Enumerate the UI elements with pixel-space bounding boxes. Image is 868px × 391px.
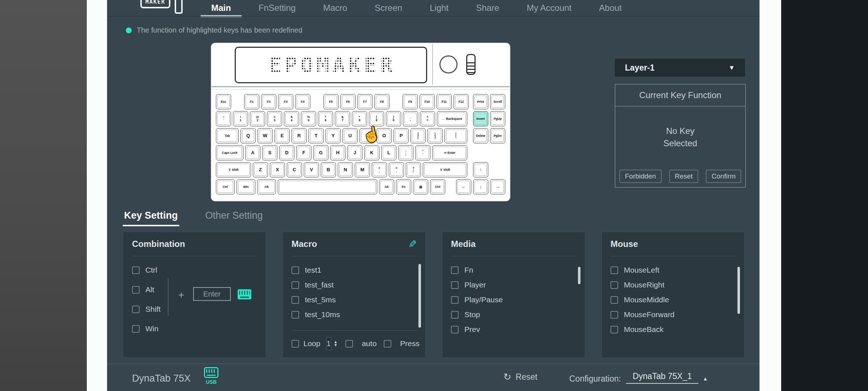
keyboard-key-9[interactable]: ( 9	[369, 111, 384, 126]
keyboard-key-j[interactable]: J	[347, 145, 362, 160]
macro-item-row[interactable]: test1	[292, 266, 417, 274]
keyboard-key-f12[interactable]: F12	[454, 94, 469, 109]
combination-modifier-row[interactable]: Win	[132, 324, 257, 333]
keyboard-key-win[interactable]: Win	[237, 179, 255, 194]
keyboard-key-f5[interactable]: F5	[323, 94, 339, 109]
media-item-checkbox[interactable]	[451, 281, 459, 289]
keyboard-key-f2[interactable]: F2	[261, 94, 276, 109]
macro-item-checkbox[interactable]	[292, 281, 299, 289]
keyboard-key-5[interactable]: % 5	[301, 111, 316, 126]
keyboard-key-space[interactable]: ←	[456, 179, 471, 194]
reset-button[interactable]: Reset	[669, 170, 698, 183]
keyboard-key-print[interactable]: Print	[473, 94, 488, 109]
nav-tab-light[interactable]: Light	[430, 3, 448, 13]
keyboard-key-f8[interactable]: F8	[374, 94, 390, 109]
keyboard-key-3[interactable]: # 3	[267, 111, 282, 126]
keyboard-key-6[interactable]: ^ 6	[318, 111, 333, 126]
nav-tab-screen[interactable]: Screen	[375, 3, 402, 13]
media-item-checkbox[interactable]	[451, 326, 459, 333]
nav-tab-main[interactable]: Main	[211, 3, 231, 13]
macro-item-checkbox[interactable]	[292, 266, 299, 274]
keyboard-key-i[interactable]: I	[359, 128, 375, 143]
keyboard-key-f9[interactable]: F9	[403, 94, 418, 109]
keyboard-key-d[interactable]: D	[279, 145, 294, 160]
combination-modifier-checkbox[interactable]	[132, 325, 140, 333]
keyboard-key-ctrl[interactable]: Ctrl	[216, 179, 235, 194]
keyboard-key-f4[interactable]: F4	[295, 94, 310, 109]
keyboard-key-a[interactable]: A	[245, 145, 260, 160]
keyboard-key-space[interactable]: →	[490, 179, 505, 194]
keyboard-key-space[interactable]: ~ `	[216, 111, 231, 126]
keyboard-key-space[interactable]: : ;	[398, 145, 413, 160]
keyboard-key-4[interactable]: $ 4	[284, 111, 299, 126]
keyboard-key-alt[interactable]: Alt	[257, 179, 276, 194]
media-item-checkbox[interactable]	[451, 311, 459, 319]
nav-tab-fnsetting[interactable]: FnSetting	[259, 3, 296, 13]
media-item-row[interactable]: Play/Pause	[451, 295, 576, 304]
keyboard-key-v[interactable]: V	[304, 162, 319, 177]
nav-tab-macro[interactable]: Macro	[323, 3, 347, 13]
keyboard-key-o[interactable]: O	[376, 128, 392, 143]
mouse-item-row[interactable]: MouseMiddle	[610, 295, 736, 304]
keyboard-icon[interactable]	[238, 289, 251, 299]
keyboard-key-alt[interactable]: Alt	[379, 179, 394, 194]
keyboard-key-f10[interactable]: F10	[420, 94, 435, 109]
keyboard-key-l[interactable]: L	[381, 145, 396, 160]
keyboard-key-space[interactable]: ▤	[413, 179, 428, 194]
mouse-item-row[interactable]: MouseRight	[610, 281, 736, 289]
keyboard-key-w[interactable]: W	[258, 128, 273, 143]
keyboard-key-pgdn[interactable]: PgDn	[490, 128, 505, 143]
tab-key-setting[interactable]: Key Setting	[124, 210, 178, 221]
keyboard-key-pgup[interactable]: PgUp	[490, 111, 505, 126]
tab-other-setting[interactable]: Other Setting	[205, 210, 263, 221]
keyboard-key-scroll[interactable]: Scroll	[490, 94, 505, 109]
keyboard-key-s[interactable]: S	[262, 145, 277, 160]
macro-item-row[interactable]: test_10ms	[292, 310, 417, 319]
keyboard-key-h[interactable]: H	[330, 145, 345, 160]
media-item-checkbox[interactable]	[451, 266, 459, 274]
chevron-up-icon[interactable]: ▲	[703, 376, 708, 384]
keyboard-key-fn[interactable]: Fn	[396, 179, 411, 194]
keyboard-key-0[interactable]: ) 0	[386, 111, 401, 126]
media-item-row[interactable]: Prev	[451, 325, 576, 334]
keyboard-key-y[interactable]: Y	[326, 128, 341, 143]
keyboard-key-p[interactable]: P	[393, 128, 409, 143]
keyboard-key-t[interactable]: T	[309, 128, 324, 143]
combination-modifier-row[interactable]: Ctrl	[132, 266, 257, 274]
media-item-row[interactable]: Player	[451, 281, 576, 289]
mouse-item-row[interactable]: MouseForward	[610, 310, 736, 319]
keyboard-key-space[interactable]: " '	[415, 145, 430, 160]
combination-modifier-checkbox[interactable]	[132, 266, 140, 274]
keyboard-key-capslock[interactable]: Caps Lock	[216, 145, 243, 160]
media-item-row[interactable]: Fn	[451, 266, 576, 274]
keyboard-key-space[interactable]: | \	[444, 128, 467, 143]
keyboard-key-q[interactable]: Q	[241, 128, 256, 143]
keyboard-key-1[interactable]: ! 1	[233, 111, 248, 126]
keyboard-key-space[interactable]: < ,	[372, 162, 387, 177]
keyboard-key-z[interactable]: Z	[253, 162, 268, 177]
layer-dropdown[interactable]: Layer-1 ▼	[615, 59, 745, 77]
keyboard-key-ctrl[interactable]: Ctrl	[430, 179, 445, 194]
keyboard-key-enter[interactable]: ↵ Enter	[432, 145, 467, 160]
keyboard-key-g[interactable]: G	[313, 145, 328, 160]
stepper-down-icon[interactable]: ▼	[334, 344, 338, 347]
keyboard-key-c[interactable]: C	[287, 162, 302, 177]
keyboard-key-tab[interactable]: Tab	[216, 128, 239, 143]
macro-item-row[interactable]: test_5ms	[292, 295, 417, 304]
keyboard-key-space[interactable]: ? /	[406, 162, 421, 177]
keyboard-key-n[interactable]: N	[338, 162, 353, 177]
combination-key-input[interactable]: Enter	[193, 287, 231, 301]
loop-count-input[interactable]: 1	[326, 337, 331, 350]
keyboard-key-delete[interactable]: Delete	[473, 128, 488, 143]
keyboard-key-space[interactable]: > .	[389, 162, 404, 177]
macro-item-row[interactable]: test_fast	[292, 281, 417, 289]
mouse-item-checkbox[interactable]	[610, 326, 618, 333]
macro-scrollbar[interactable]	[418, 264, 421, 328]
mouse-scrollbar[interactable]	[737, 267, 740, 314]
keyboard-key-shift[interactable]: ⇧ Shift	[216, 162, 251, 177]
mouse-item-row[interactable]: MouseBack	[610, 325, 736, 334]
keyboard-key-f3[interactable]: F3	[278, 94, 293, 109]
mouse-item-row[interactable]: MouseLeft	[610, 266, 736, 274]
keyboard-key-space[interactable]: } ]	[427, 128, 443, 143]
keyboard-key-x[interactable]: X	[270, 162, 285, 177]
